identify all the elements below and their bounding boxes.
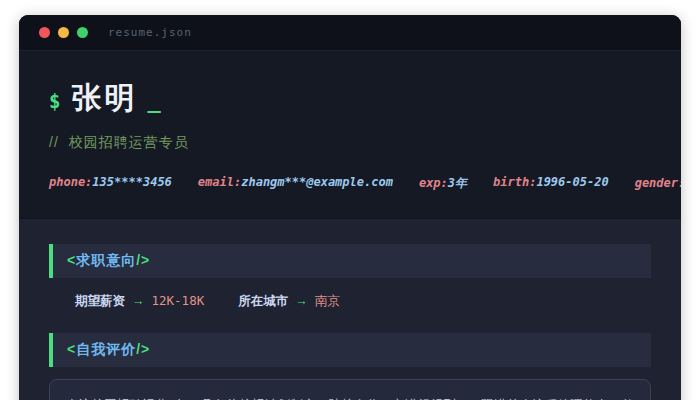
salary-value: 12K-18K [152, 293, 205, 308]
role-line: // 校园招聘运营专员 [49, 134, 651, 152]
phone-value: 135****3456 [92, 175, 171, 189]
city-value: 南京 [315, 293, 340, 308]
exp-value: 3年 [448, 176, 467, 190]
field-expected-salary: 期望薪资→12K-18K [75, 293, 204, 310]
window-titlebar: resume.json [19, 15, 681, 51]
prompt-symbol: $ [49, 90, 60, 112]
close-button-icon[interactable] [39, 27, 50, 38]
phone-label: phone: [49, 175, 92, 189]
contact-birth: birth:1996-05-20 [493, 175, 609, 192]
window-title: resume.json [108, 26, 192, 39]
city-label: 所在城市 [238, 294, 288, 308]
contact-gender: gender:女 [635, 175, 681, 192]
terminal-cursor: _ [147, 88, 160, 113]
arrow-icon: → [132, 294, 145, 308]
maximize-button-icon[interactable] [77, 27, 88, 38]
field-target-city: 所在城市→南京 [238, 293, 340, 310]
minimize-button-icon[interactable] [58, 27, 69, 38]
tag-open-bracket: < [67, 341, 76, 357]
section-title-job-intent: 求职意向 [76, 252, 136, 268]
resume-body: <求职意向/> 期望薪资→12K-18K 所在城市→南京 <自我评价/> 专注校… [19, 218, 681, 400]
tag-close-bracket: /> [136, 341, 150, 357]
tag-close-bracket: /> [136, 252, 150, 268]
section-title-self-evaluation: 自我评价 [76, 341, 136, 357]
contact-exp: exp:3年 [419, 175, 467, 192]
comment-prefix: // [49, 134, 59, 152]
job-intent-fields: 期望薪资→12K-18K 所在城市→南京 [75, 293, 651, 310]
section-header-self-evaluation: <自我评价/> [49, 333, 651, 367]
terminal-window: resume.json $ 张明 _ // 校园招聘运营专员 phone:135… [19, 15, 681, 400]
section-header-job-intent: <求职意向/> [49, 244, 651, 278]
arrow-icon: → [295, 294, 308, 308]
self-evaluation-card: 专注校园招聘运营3年，具备从校招计划制定、院校合作、宣讲组织到offer跟进的全… [49, 379, 651, 400]
contact-email: email:zhangm***@example.com [198, 175, 393, 192]
contact-row: phone:135****3456 email:zhangm***@exampl… [49, 175, 651, 192]
exp-label: exp: [419, 176, 448, 190]
name-line: $ 张明 _ [49, 78, 651, 119]
salary-label: 期望薪资 [75, 294, 125, 308]
email-label: email: [198, 175, 241, 189]
tag-open-bracket: < [67, 252, 76, 268]
email-value: zhangm***@example.com [241, 175, 393, 189]
candidate-name: 张明 [71, 78, 137, 119]
birth-label: birth: [493, 175, 536, 189]
role-title: 校园招聘运营专员 [69, 134, 189, 152]
contact-phone: phone:135****3456 [49, 175, 172, 192]
resume-header: $ 张明 _ // 校园招聘运营专员 phone:135****3456 ema… [19, 51, 681, 218]
gender-label: gender: [635, 176, 681, 190]
birth-value: 1996-05-20 [536, 175, 608, 189]
